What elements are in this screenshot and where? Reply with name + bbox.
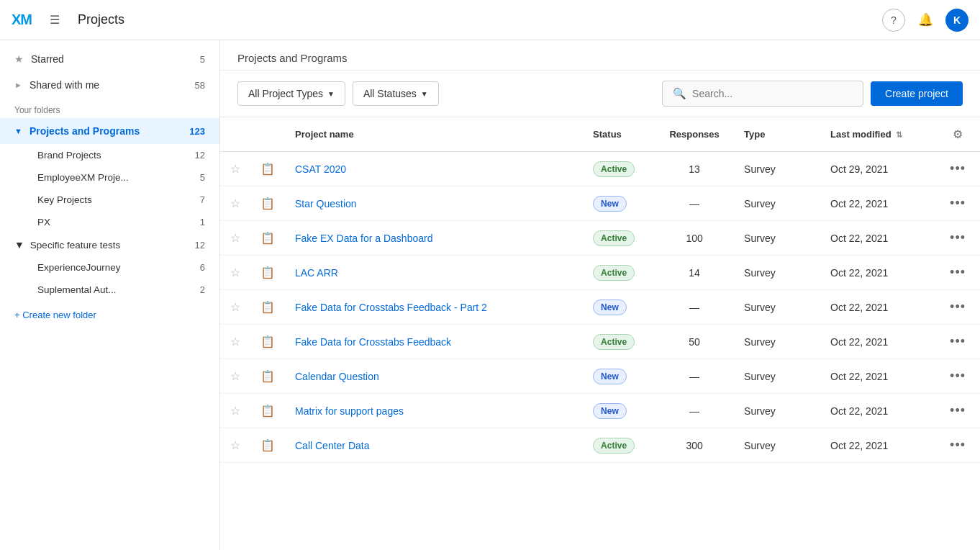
project-icon-cell: 📋 (250, 428, 285, 463)
project-name-link[interactable]: Calendar Question (295, 371, 379, 382)
chevron-right-icon: ► (14, 81, 22, 89)
responses-cell: 14 (655, 256, 734, 290)
sidebar-item-employeexm[interactable]: EmployeeXM Proje... 5 (0, 166, 219, 189)
project-name-cell: Call Center Data (285, 428, 583, 463)
your-folders-label: Your folders (0, 98, 219, 118)
star-button[interactable]: ☆ (230, 197, 240, 210)
sidebar-item-brand-projects[interactable]: Brand Projects 12 (0, 144, 219, 166)
project-name-cell: Fake Data for Crosstabs Feedback (285, 325, 583, 359)
toolbar: All Project Types ▼ All Statuses ▼ 🔍 Cre… (220, 71, 980, 117)
table-container: Project name Status Responses Type Last … (220, 117, 980, 550)
survey-icon: 📋 (260, 370, 275, 382)
status-cell: New (583, 394, 655, 428)
user-avatar[interactable]: K (945, 9, 968, 32)
employeexm-label: EmployeeXM Proje... (37, 172, 194, 183)
more-options-button[interactable]: ••• (945, 263, 970, 281)
survey-icon: 📋 (260, 301, 275, 313)
type-cell: Survey (734, 256, 820, 290)
project-name-link[interactable]: LAC ARR (295, 267, 338, 279)
table-settings-button[interactable]: ⚙ (950, 125, 966, 144)
type-cell: Survey (734, 359, 820, 394)
star-button[interactable]: ☆ (230, 162, 240, 176)
table-row: ☆ 📋 Matrix for support pages New — Surve… (220, 394, 980, 428)
page-title: Projects and Programs (237, 52, 963, 64)
more-options-button[interactable]: ••• (945, 298, 970, 316)
status-badge: New (593, 369, 627, 384)
active-folder-label: Projects and Programs (30, 125, 182, 137)
star-cell: ☆ (220, 359, 250, 394)
type-cell: Survey (734, 290, 820, 325)
star-button[interactable]: ☆ (230, 404, 240, 418)
star-button[interactable]: ☆ (230, 231, 240, 245)
sidebar-item-shared[interactable]: ► Shared with me 58 (0, 72, 219, 98)
specific-folder-label: Specific feature tests (30, 240, 189, 251)
star-button[interactable]: ☆ (230, 438, 240, 452)
project-icon-cell: 📋 (250, 152, 285, 186)
search-input[interactable] (692, 88, 853, 99)
modified-cell: Oct 22, 2021 (820, 325, 935, 359)
sidebar-item-experience-journey[interactable]: ExperienceJourney 6 (0, 256, 219, 279)
survey-icon: 📋 (260, 232, 275, 244)
status-badge: Active (593, 334, 635, 350)
actions-cell: ••• (935, 221, 980, 256)
th-type: Type (734, 117, 820, 152)
sidebar-item-projects-programs[interactable]: ▼ Projects and Programs 123 (0, 118, 219, 144)
project-types-dropdown[interactable]: All Project Types ▼ (237, 81, 345, 106)
th-icon (250, 117, 285, 152)
project-name-link[interactable]: Fake Data for Crosstabs Feedback - Part … (295, 302, 487, 313)
survey-icon: 📋 (260, 405, 275, 417)
more-options-button[interactable]: ••• (945, 194, 970, 212)
status-cell: Active (583, 428, 655, 463)
more-options-button[interactable]: ••• (945, 160, 970, 178)
statuses-dropdown[interactable]: All Statuses ▼ (353, 81, 439, 106)
project-name-link[interactable]: Call Center Data (295, 440, 370, 451)
survey-icon: 📋 (260, 197, 275, 209)
responses-cell: 13 (655, 152, 734, 186)
table-row: ☆ 📋 Calendar Question New — Survey Oct 2… (220, 359, 980, 394)
hamburger-button[interactable]: ☰ (43, 9, 66, 32)
starred-count: 5 (200, 54, 205, 65)
project-types-label: All Project Types (248, 88, 323, 99)
more-options-button[interactable]: ••• (945, 436, 970, 454)
project-name-link[interactable]: Matrix for support pages (295, 405, 404, 417)
type-cell: Survey (734, 394, 820, 428)
star-button[interactable]: ☆ (230, 335, 240, 348)
sidebar-item-starred[interactable]: ★ Starred 5 (0, 46, 219, 72)
project-name-link[interactable]: Fake EX Data for a Dashboard (295, 233, 432, 244)
chevron-down-icon-statuses: ▼ (421, 90, 428, 98)
sidebar-item-key-projects[interactable]: Key Projects 7 (0, 189, 219, 211)
sidebar-item-px[interactable]: PX 1 (0, 211, 219, 233)
more-options-button[interactable]: ••• (945, 367, 970, 385)
project-name-link[interactable]: CSAT 2020 (295, 163, 346, 175)
star-cell: ☆ (220, 428, 250, 463)
star-button[interactable]: ☆ (230, 300, 240, 314)
xm-logo[interactable]: XM (12, 12, 32, 28)
more-options-button[interactable]: ••• (945, 402, 970, 420)
project-icon-cell: 📋 (250, 186, 285, 221)
project-name-link[interactable]: Fake Data for Crosstabs Feedback (295, 336, 451, 348)
notifications-button[interactable]: 🔔 (914, 9, 937, 32)
sidebar-item-suplemental[interactable]: Suplemental Aut... 2 (0, 279, 219, 301)
status-badge: Active (593, 230, 635, 246)
modified-cell: Oct 29, 2021 (820, 152, 935, 186)
create-project-button[interactable]: Create project (871, 81, 963, 106)
table-row: ☆ 📋 Call Center Data Active 300 Survey O… (220, 428, 980, 463)
status-cell: Active (583, 325, 655, 359)
key-projects-count: 7 (200, 194, 205, 205)
help-button[interactable]: ? (882, 9, 905, 32)
more-options-button[interactable]: ••• (945, 333, 970, 351)
project-icon-cell: 📋 (250, 221, 285, 256)
shared-label: Shared with me (30, 79, 188, 91)
star-button[interactable]: ☆ (230, 266, 240, 279)
sidebar-item-specific-features[interactable]: ▼ Specific feature tests 12 (0, 233, 219, 256)
more-options-button[interactable]: ••• (945, 229, 970, 247)
brand-projects-label: Brand Projects (37, 150, 189, 161)
chevron-down-icon: ▼ (14, 127, 22, 135)
create-folder-button[interactable]: + Create new folder (0, 301, 219, 329)
star-button[interactable]: ☆ (230, 369, 240, 383)
project-name-link[interactable]: Star Question (295, 198, 357, 209)
status-badge: New (593, 403, 627, 419)
project-icon-cell: 📋 (250, 256, 285, 290)
status-cell: New (583, 359, 655, 394)
actions-cell: ••• (935, 186, 980, 221)
